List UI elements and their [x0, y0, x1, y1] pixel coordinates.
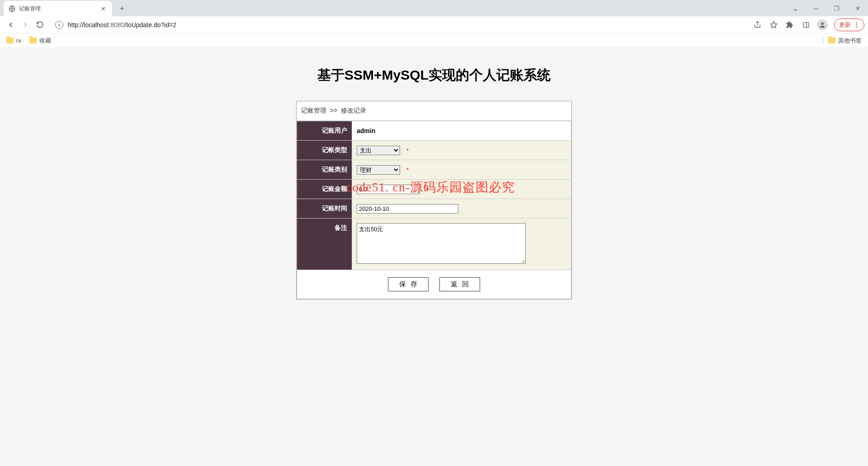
- date-input[interactable]: [357, 204, 458, 214]
- row-category: 记账类别 理财 *: [297, 160, 571, 180]
- type-select[interactable]: 支出: [357, 146, 400, 155]
- folder-icon: [29, 38, 37, 43]
- minimize-button[interactable]: —: [806, 0, 826, 16]
- label-date: 记账时间: [297, 199, 352, 219]
- value-remark-cell: [352, 219, 571, 270]
- page-title: 基于SSM+MySQL实现的个人记账系统: [0, 66, 868, 85]
- form-container: 记账管理 >> 修改记录 记账用户 admin 记帐类型 支出 * 记账类别: [296, 101, 572, 300]
- tab-dropdown-icon[interactable]: ⌄: [785, 0, 806, 16]
- reload-button[interactable]: [33, 18, 47, 32]
- svg-point-6: [821, 22, 823, 24]
- url-field[interactable]: i http://localhost:8080/toUpdate.do?id=2: [51, 18, 746, 32]
- row-buttons: 保存 返回: [297, 270, 571, 299]
- bookmark-star-icon[interactable]: [766, 18, 781, 32]
- url-text: http://localhost:8080/toUpdate.do?id=2: [68, 21, 176, 29]
- side-panel-icon[interactable]: [799, 18, 813, 32]
- update-label: 更新: [839, 21, 851, 29]
- browser-tab[interactable]: 记账管理 ✕: [4, 1, 112, 16]
- bookmark-label: rx: [16, 37, 21, 44]
- bookmark-label: 收藏: [39, 37, 51, 45]
- value-user: admin: [352, 121, 571, 141]
- divider: [823, 37, 824, 45]
- label-remark: 备注: [297, 219, 352, 270]
- label-type: 记帐类型: [297, 141, 352, 160]
- url-bar: i http://localhost:8080/toUpdate.do?id=2: [0, 16, 868, 33]
- value-amount-cell: *: [352, 180, 571, 199]
- label-category: 记账类别: [297, 160, 352, 180]
- close-tab-icon[interactable]: ✕: [99, 5, 108, 12]
- folder-icon: [828, 38, 835, 43]
- breadcrumb: 记账管理 >> 修改记录: [297, 101, 571, 121]
- bookmarks-bar: rx 收藏 其他书签: [0, 33, 868, 48]
- button-row: 保存 返回: [297, 270, 571, 299]
- breadcrumb-current: 修改记录: [341, 107, 366, 114]
- label-amount: 记账金额: [297, 180, 352, 199]
- update-button[interactable]: 更新 ⋮: [834, 19, 864, 31]
- page-content: 基于SSM+MySQL实现的个人记账系统 记账管理 >> 修改记录 记账用户 a…: [0, 48, 868, 466]
- back-button[interactable]: 返回: [439, 277, 480, 291]
- close-window-button[interactable]: ✕: [847, 0, 868, 16]
- row-amount: 记账金额 *: [297, 180, 571, 199]
- tab-title: 记账管理: [19, 5, 99, 13]
- svg-marker-3: [770, 21, 777, 28]
- bookmark-favorites[interactable]: 收藏: [29, 37, 51, 45]
- share-icon[interactable]: [750, 18, 764, 32]
- bookmark-other[interactable]: 其他书签: [828, 37, 862, 45]
- category-select[interactable]: 理财: [357, 165, 400, 175]
- amount-input[interactable]: [357, 185, 420, 194]
- menu-dots-icon: ⋮: [854, 21, 859, 28]
- required-mark: *: [426, 186, 429, 193]
- tab-bar: 记账管理 ✕ + ⌄ — ❐ ✕: [0, 0, 868, 16]
- profile-avatar[interactable]: [815, 18, 830, 32]
- avatar-icon: [817, 19, 828, 30]
- site-info-icon[interactable]: i: [55, 21, 63, 29]
- form-table: 记账用户 admin 记帐类型 支出 * 记账类别 理财 *: [297, 121, 571, 299]
- required-mark: *: [406, 147, 409, 154]
- new-tab-button[interactable]: +: [116, 2, 128, 15]
- svg-rect-4: [803, 22, 809, 27]
- value-date-cell: [352, 199, 571, 219]
- globe-icon: [8, 5, 15, 12]
- row-user: 记账用户 admin: [297, 121, 571, 141]
- remark-textarea[interactable]: [357, 223, 526, 264]
- folder-icon: [6, 38, 14, 43]
- value-category-cell: 理财 *: [352, 160, 571, 180]
- browser-chrome: 记账管理 ✕ + ⌄ — ❐ ✕ i http://localhost:8080…: [0, 0, 868, 48]
- window-controls: ⌄ — ❐ ✕: [785, 0, 868, 16]
- breadcrumb-root[interactable]: 记账管理: [301, 107, 326, 114]
- row-date: 记账时间: [297, 199, 571, 219]
- value-type-cell: 支出 *: [352, 141, 571, 160]
- forward-button[interactable]: [18, 18, 33, 32]
- bookmark-rx[interactable]: rx: [6, 37, 21, 44]
- bookmark-label: 其他书签: [838, 37, 862, 45]
- maximize-button[interactable]: ❐: [826, 0, 847, 16]
- required-mark: *: [406, 166, 409, 173]
- label-user: 记账用户: [297, 121, 352, 141]
- back-button[interactable]: [4, 18, 18, 32]
- toolbar-right: 更新 ⋮: [750, 18, 864, 32]
- row-remark: 备注: [297, 219, 571, 270]
- row-type: 记帐类型 支出 *: [297, 141, 571, 160]
- save-button[interactable]: 保存: [388, 277, 429, 291]
- extensions-icon[interactable]: [783, 18, 797, 32]
